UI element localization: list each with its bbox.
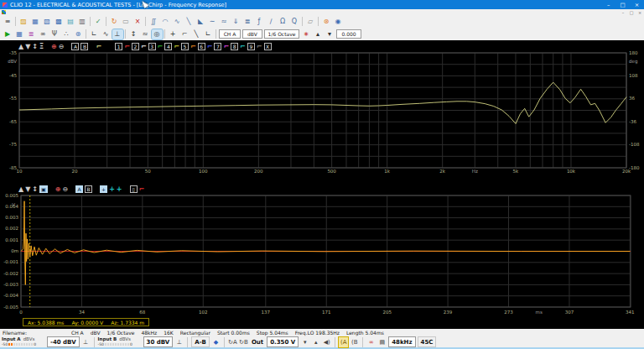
- meter-segment: [127, 343, 129, 346]
- logchirp-icon[interactable]: ∿: [172, 17, 183, 27]
- autosave-icon[interactable]: ▦: [14, 29, 25, 39]
- input-b-autorange-icon[interactable]: ⊥: [174, 337, 184, 347]
- quality-control-icon[interactable]: Q: [289, 17, 300, 27]
- tick-label: -0.004: [1, 294, 18, 299]
- child-minimize-button[interactable]: –: [619, 10, 627, 15]
- channel-select[interactable]: CH A: [219, 29, 241, 39]
- acoustical-icon[interactable]: Ω: [278, 17, 288, 27]
- output-level[interactable]: 0.350 V: [267, 336, 299, 347]
- setting-item: 1/6 Octave: [107, 330, 135, 336]
- input-a-fullscale[interactable]: -40 dBV: [47, 336, 80, 347]
- equalizer-icon[interactable]: ≣: [26, 29, 37, 39]
- tick-label: 180: [629, 51, 643, 56]
- chirp-mode-icon[interactable]: ∟: [89, 29, 100, 39]
- erase-icon[interactable]: ▭: [121, 17, 132, 27]
- controller-icon[interactable]: ∞: [366, 337, 376, 347]
- loopback-b-icon[interactable]: ↻B: [239, 337, 248, 347]
- tick-label: -0.002: [1, 272, 18, 277]
- input-b-fullscale[interactable]: 30 dBV: [143, 336, 174, 347]
- separator: [15, 17, 16, 26]
- meter-segment: [107, 343, 109, 346]
- save-as-icon[interactable]: ▧: [42, 17, 53, 27]
- autoscale-icon[interactable]: ⊛: [73, 29, 84, 39]
- tick-label: 0.003: [1, 216, 18, 221]
- loopback-a-icon[interactable]: ↻A: [228, 337, 237, 347]
- save-icon[interactable]: ▦: [30, 17, 41, 27]
- child-restore-button[interactable]: □: [627, 10, 636, 15]
- smoothing-select[interactable]: 1/6 Octave: [264, 29, 299, 39]
- waterfall-icon[interactable]: ≣: [242, 17, 253, 27]
- bode-icon[interactable]: ◣: [195, 17, 206, 27]
- polar-icon[interactable]: ◎: [152, 29, 163, 39]
- tick-label: 500: [325, 169, 340, 174]
- ab-button[interactable]: A-B: [191, 336, 210, 347]
- meter-segment: [8, 343, 10, 346]
- monitor-icon[interactable]: ◆: [211, 337, 221, 347]
- menu-icon[interactable]: ≡: [3, 17, 13, 27]
- tick-label: 0.001: [1, 238, 18, 243]
- meter-segment: [125, 343, 127, 346]
- unit-select[interactable]: dBV: [242, 29, 262, 39]
- multitone-icon[interactable]: ≈: [219, 17, 230, 27]
- maximize-button[interactable]: □: [615, 0, 630, 9]
- input-a-autorange-icon[interactable]: ⊥: [81, 337, 91, 347]
- sine-mode-icon[interactable]: ∿: [101, 29, 112, 39]
- impedance-mode-icon[interactable]: ⊥: [112, 29, 123, 39]
- close-button[interactable]: ×: [630, 0, 644, 9]
- samplerate-button[interactable]: 48kHz: [388, 336, 415, 347]
- export-image-icon[interactable]: ▤: [65, 17, 76, 27]
- minimize-button[interactable]: –: [601, 0, 615, 9]
- child-close-button[interactable]: ×: [636, 10, 644, 15]
- mls-icon[interactable]: ╲: [184, 17, 195, 27]
- wow-flutter-icon[interactable]: ƒ: [254, 17, 265, 27]
- loop-icon[interactable]: ∞: [38, 29, 49, 39]
- updown-icon[interactable]: ↕: [128, 29, 139, 39]
- tick-label: 2k: [435, 169, 450, 174]
- sinusoidal-icon[interactable]: ∼: [207, 17, 218, 27]
- damped-wave-icon[interactable]: ≈: [140, 29, 151, 39]
- open-file-icon[interactable]: ▨: [18, 17, 29, 27]
- start-measurement-icon[interactable]: ▶: [3, 29, 13, 39]
- measurement-toolbar: ▶▦≣∞Ψ∴⊛∟∿⊥↕≈◎+⌐╲∟CH AdBV1/6 Octave∗▴▾0.0…: [0, 28, 644, 40]
- delete-icon[interactable]: ×: [132, 17, 143, 27]
- fr-plot: [0, 40, 644, 183]
- scatter-icon[interactable]: ∴: [61, 29, 72, 39]
- step-icon[interactable]: ⌐: [179, 29, 190, 39]
- tick-label: 20: [67, 169, 82, 174]
- input-a-meter: -50 0: [2, 343, 45, 347]
- tick-label: -0.005: [1, 305, 18, 310]
- tick-label: 239: [440, 310, 455, 315]
- fft-analysis-icon[interactable]: ∬: [148, 17, 159, 27]
- setting-item: dBV: [91, 330, 101, 336]
- tick-label: 171: [319, 310, 334, 315]
- axis-unit-label: Hz: [467, 169, 482, 174]
- oscilloscope-icon[interactable]: ◠: [160, 17, 171, 27]
- notes-icon[interactable]: ▱: [305, 17, 316, 27]
- meter-segment: [117, 343, 119, 346]
- verify-icon[interactable]: ✓: [93, 17, 104, 27]
- separator: [318, 17, 319, 26]
- mic-a-icon[interactable]: (A: [339, 337, 348, 347]
- save-all-icon[interactable]: ▩: [54, 17, 65, 27]
- output-down-icon[interactable]: ▾: [300, 337, 309, 347]
- microphone-icon[interactable]: Ψ: [49, 29, 60, 39]
- speaker-icon[interactable]: ◀): [322, 337, 331, 347]
- cloud-icon[interactable]: ◉: [333, 17, 344, 27]
- printer-icon[interactable]: ▤: [377, 337, 387, 347]
- delay-up-icon[interactable]: ▴: [313, 29, 324, 39]
- delay-value[interactable]: 0.000: [336, 29, 361, 39]
- linearity-icon[interactable]: ∕: [266, 17, 277, 27]
- tick-label: -0.001: [1, 260, 18, 265]
- print-icon[interactable]: ▥: [77, 17, 88, 27]
- refresh-icon[interactable]: ↻: [109, 17, 120, 27]
- options-gear-icon[interactable]: ⊛: [321, 17, 332, 27]
- delay-icon[interactable]: ∗: [301, 29, 312, 39]
- output-up-icon[interactable]: ▴: [311, 337, 320, 347]
- crosshair-icon[interactable]: +: [168, 29, 179, 39]
- capture-icon[interactable]: ⇓: [231, 17, 242, 27]
- corner-icon[interactable]: ∟: [203, 29, 214, 39]
- slope-icon[interactable]: ╲: [191, 29, 202, 39]
- delay-down-icon[interactable]: ▾: [325, 29, 335, 39]
- tick-label: 108: [629, 74, 643, 79]
- mic-b-icon[interactable]: (B: [350, 337, 359, 347]
